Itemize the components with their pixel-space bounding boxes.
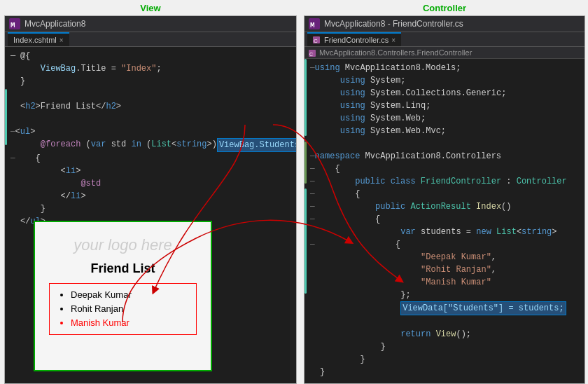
code-line [5, 88, 296, 100]
viewbag-students-highlight: ViewBag.Students [217, 138, 296, 152]
code-line: } [304, 353, 584, 366]
main-container: View M MvcApplication8 Index.cshtml × [0, 0, 588, 384]
left-indicator-1 [304, 59, 307, 136]
code-line [5, 113, 296, 125]
left-indicator-3 [304, 188, 307, 294]
line-spacer [10, 62, 18, 75]
code-line: ─ public class FriendController : Contro… [304, 175, 584, 188]
code-line: ─ using MvcApplication8.Models; [304, 62, 584, 74]
code-line: return View (); [304, 328, 584, 341]
code-line: using System.Web.Mvc; [304, 125, 584, 137]
controller-tab-close[interactable]: × [391, 36, 396, 44]
preview-title: Friend List [49, 261, 197, 276]
view-panel-title: View [0, 0, 301, 15]
scroll-indicator [5, 89, 7, 145]
controller-code-area[interactable]: ─ using MvcApplication8.Models; using Sy… [304, 59, 584, 383]
code-line: ViewBag .Title = "Index" ; [5, 62, 296, 75]
code-line: } [5, 203, 296, 215]
code-line: </ li > [5, 190, 296, 203]
code-line: "Deepak Kumar" , [304, 251, 584, 263]
controller-panel-title: Controller [301, 0, 588, 15]
view-titlebar: M MvcApplication8 [5, 16, 296, 32]
preview-list: Deepak Kumar Rohit Ranjan Manish Kumar [57, 288, 189, 330]
code-line: using System.Web; [304, 112, 584, 125]
code-line: @foreach ( var std in ( List < string >)… [5, 138, 296, 152]
controller-panel: Controller M MvcApplication8 - FriendCon… [301, 0, 588, 384]
view-tab[interactable]: Index.cshtml × [8, 32, 69, 46]
view-window-title: MvcApplication8 [24, 19, 85, 29]
code-line: ViewData["Students"] = students; [304, 301, 584, 315]
controller-titlebar: M MvcApplication8 - FriendController.cs [304, 16, 584, 32]
code-line: ─ < ul > [5, 125, 296, 138]
code-line: }; [304, 289, 584, 301]
code-line: < li > [5, 165, 296, 177]
line-minus: ─ [10, 50, 18, 62]
list-item: Rohit Ranjan [71, 302, 189, 316]
code-line: ─ { [304, 213, 584, 226]
code-line: using System; [304, 74, 584, 87]
vs-icon-view: M [9, 18, 20, 29]
view-tab-bar: Index.cshtml × [5, 32, 296, 47]
code-line: ─ namespace MvcApplication8.Controllers [304, 150, 584, 163]
code-line: ─ public ActionResult Index () [304, 200, 584, 213]
breadcrumb-text: MvcApplication8.Controllers.FriendContro… [319, 48, 472, 57]
svg-text:C: C [309, 52, 313, 57]
preview-logo-text: your logo here [35, 222, 211, 254]
code-line: } [304, 366, 584, 378]
line-spacer [10, 75, 18, 88]
code-line: "Rohit Ranjan" , [304, 263, 584, 276]
csharp-icon: C [313, 36, 320, 43]
svg-text:C: C [314, 38, 318, 43]
code-line: @std [5, 177, 296, 190]
code-line: "Manish Kumar" [304, 276, 584, 289]
controller-tab-label: FriendController.cs [324, 36, 388, 44]
controller-window-title: MvcApplication8 - FriendController.cs [324, 19, 463, 29]
controller-breadcrumb: C MvcApplication8.Controllers.FriendCont… [304, 47, 584, 59]
controller-ide-window: M MvcApplication8 - FriendController.cs … [304, 15, 585, 384]
code-line: } [304, 341, 584, 353]
code-line: ─ { [304, 188, 584, 200]
controller-tab-bar: C FriendController.cs × [304, 32, 584, 47]
svg-text:M: M [10, 21, 15, 29]
preview-content: Friend List Deepak Kumar Rohit Ranjan Ma… [35, 261, 211, 335]
list-item: Deepak Kumar [71, 288, 189, 302]
code-line: ─ { [304, 163, 584, 175]
vs-icon-controller: M [309, 18, 320, 29]
code-line: < h2 >Friend List</ h2 > [5, 100, 296, 113]
view-tab-label: Index.cshtml [13, 36, 57, 44]
viewdata-highlight: ViewData["Students"] = students; [400, 301, 566, 315]
code-line: ─ { [5, 152, 296, 165]
list-item: Manish Kumar [71, 316, 189, 330]
collapse-indicator: ─ [10, 125, 15, 138]
controller-tab[interactable]: C FriendController.cs × [307, 32, 401, 46]
left-indicator-2 [304, 142, 307, 184]
code-line [304, 315, 584, 328]
code-line [304, 137, 584, 150]
code-line: using System.Linq; [304, 100, 584, 112]
code-line: ─ { [304, 238, 584, 251]
browser-preview: your logo here Friend List Deepak Kumar … [34, 221, 212, 371]
view-tab-close[interactable]: × [59, 36, 64, 44]
code-line: ─ @{ [5, 50, 296, 62]
preview-list-area: Deepak Kumar Rohit Ranjan Manish Kumar [49, 283, 197, 335]
svg-text:M: M [310, 21, 315, 29]
code-line: } [5, 75, 296, 88]
breadcrumb-icon: C [309, 50, 316, 57]
code-line: using System.Collections.Generic; [304, 87, 584, 100]
code-line: var students = new List < string > [304, 226, 584, 238]
